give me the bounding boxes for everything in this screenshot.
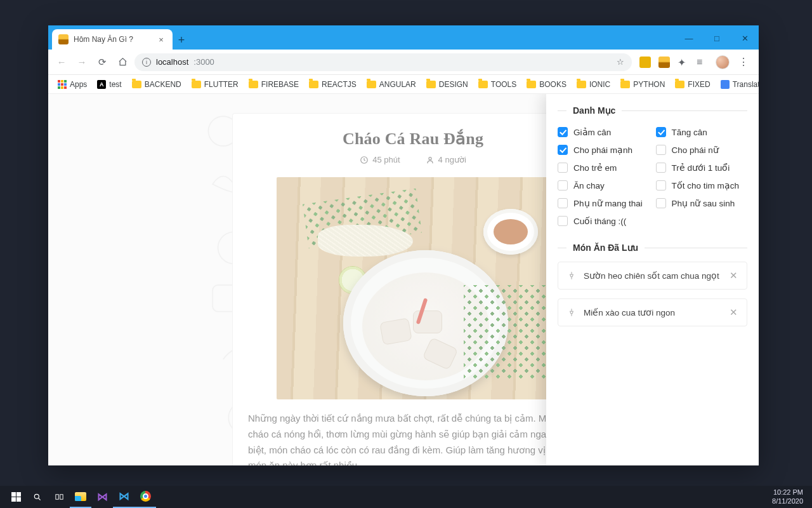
extension-icon[interactable] <box>639 57 651 68</box>
browser-tab[interactable]: Hôm Nay Ăn Gì ? × <box>52 29 173 50</box>
apps-icon <box>58 80 67 89</box>
categories-heading: Danh Mục <box>558 105 747 116</box>
bookmark-item[interactable]: REACTJS <box>306 80 360 89</box>
category-checkbox[interactable]: Cho phái nữ <box>656 145 748 155</box>
profile-avatar[interactable] <box>716 55 730 69</box>
task-view-button[interactable] <box>48 486 70 508</box>
remove-saved-button[interactable]: ✕ <box>730 307 738 318</box>
site-info-icon[interactable]: i <box>142 58 151 67</box>
chrome-button[interactable] <box>134 486 156 508</box>
saved-label: Miến xào cua tươi ngon <box>584 307 675 318</box>
omnibox[interactable]: i localhost:3000 ☆ <box>134 53 632 71</box>
bookmark-item[interactable]: BOOKS <box>523 80 570 89</box>
category-checkbox[interactable]: Trẻ dưới 1 tuổi <box>656 163 748 173</box>
extension-icons: ✦ ≡ ⋮ <box>636 55 754 69</box>
pushpin-icon <box>567 271 576 280</box>
folder-icon <box>309 81 318 88</box>
checkbox-icon <box>558 163 568 173</box>
clock-time: 10:22 PM <box>772 488 803 497</box>
saved-item[interactable]: Miến xào cua tươi ngon✕ <box>558 298 747 326</box>
category-checkbox[interactable]: Ăn chay <box>558 180 650 190</box>
clock-date: 8/11/2020 <box>772 497 803 506</box>
bookmark-item[interactable]: IONIC <box>573 80 613 89</box>
file-explorer-button[interactable] <box>70 486 91 508</box>
category-label: Cho phái mạnh <box>573 145 632 155</box>
folder-icon <box>478 81 488 88</box>
visual-studio-button[interactable]: ⋈ <box>91 486 113 508</box>
forward-button[interactable]: → <box>74 54 90 70</box>
bookmark-item[interactable]: Atest <box>94 80 124 89</box>
category-checkbox[interactable]: Tốt cho tim mạch <box>656 180 748 190</box>
bookmark-item[interactable]: FLUTTER <box>188 80 242 89</box>
category-checkbox[interactable]: Cuối tháng :(( <box>558 216 650 226</box>
category-checkbox[interactable]: Phụ nữ mang thai <box>558 198 650 208</box>
vscode-icon: ⋈ <box>119 490 129 503</box>
bookmark-label: TOOLS <box>491 80 516 89</box>
checkbox-icon <box>656 163 666 173</box>
bookmark-item[interactable]: FIREBASE <box>246 80 302 89</box>
close-window-button[interactable]: ✕ <box>731 34 759 50</box>
category-label: Ăn chay <box>573 181 605 190</box>
bookmark-label: BOOKS <box>539 80 566 89</box>
vs-icon: ⋈ <box>97 490 108 504</box>
category-label: Phụ nữ mang thai <box>573 198 643 208</box>
extension-burger-icon[interactable] <box>658 57 670 68</box>
extensions-puzzle-icon[interactable]: ✦ <box>678 57 689 68</box>
vscode-button[interactable]: ⋈ <box>113 486 134 508</box>
checkbox-icon <box>558 198 568 208</box>
checkbox-icon <box>656 180 666 190</box>
category-label: Phụ nữ sau sinh <box>672 198 735 208</box>
category-checkbox[interactable]: Giảm cân <box>558 127 650 137</box>
checkbox-icon <box>656 127 666 137</box>
tab-close-button[interactable]: × <box>156 35 166 44</box>
bookmark-item[interactable]: PYTHON <box>617 80 668 89</box>
maximize-button[interactable]: □ <box>703 34 731 50</box>
folder-icon <box>527 81 536 88</box>
burger-icon <box>58 34 69 44</box>
saved-item[interactable]: Sườn heo chiên sốt cam chua ngọt✕ <box>558 262 747 290</box>
bookmark-label: IONIC <box>589 80 610 89</box>
bookmark-item[interactable]: Translate <box>717 80 759 89</box>
new-tab-button[interactable]: + <box>173 34 190 50</box>
extensions-menu-icon[interactable]: ≡ <box>697 57 708 68</box>
back-button[interactable]: ← <box>53 54 70 70</box>
reload-button[interactable]: ⟳ <box>94 54 110 70</box>
checkbox-icon <box>558 145 568 155</box>
folder-icon <box>620 81 630 88</box>
translate-icon <box>721 80 730 89</box>
checkbox-icon <box>558 127 568 137</box>
category-label: Giảm cân <box>573 127 611 137</box>
minimize-button[interactable]: — <box>675 34 703 50</box>
bookmark-label: Translate <box>733 80 759 89</box>
filter-panel: Danh Mục Giảm cânTăng cânCho phái mạnhCh… <box>546 94 759 465</box>
window-controls: — □ ✕ <box>675 34 759 50</box>
category-checkbox[interactable]: Cho phái mạnh <box>558 145 650 155</box>
bookmark-item[interactable]: TOOLS <box>475 80 520 89</box>
windows-taskbar: ⋈ ⋈ 10:22 PM 8/11/2020 <box>0 486 812 508</box>
browser-menu-button[interactable]: ⋮ <box>737 56 750 68</box>
apps-shortcut[interactable]: Apps <box>55 80 90 89</box>
category-label: Trẻ dưới 1 tuổi <box>672 163 730 173</box>
browser-window: Hôm Nay Ăn Gì ? × + — □ ✕ ← → ⟳ i localh… <box>48 25 759 465</box>
system-tray[interactable]: 10:22 PM 8/11/2020 <box>772 488 807 506</box>
saved-heading: Món Ăn Đã Lưu <box>558 243 747 253</box>
category-checkbox[interactable]: Tăng cân <box>656 127 748 137</box>
bookmark-label: PYTHON <box>633 80 665 89</box>
start-button[interactable] <box>5 486 27 508</box>
folder-icon <box>367 81 376 88</box>
bookmark-item[interactable]: FIXED <box>672 80 713 89</box>
bookmark-item[interactable]: DESIGN <box>423 80 471 89</box>
url-host: localhost <box>156 57 188 67</box>
category-label: Cuối tháng :(( <box>573 216 626 226</box>
bookmark-item[interactable]: BACKEND <box>129 80 185 89</box>
search-button[interactable] <box>27 486 48 508</box>
remove-saved-button[interactable]: ✕ <box>730 270 738 281</box>
home-button[interactable] <box>114 54 131 70</box>
bookmark-item[interactable]: ANGULAR <box>363 80 419 89</box>
category-checkbox[interactable]: Cho trẻ em <box>558 163 650 173</box>
bookmark-label: REACTJS <box>322 80 357 89</box>
category-label: Tốt cho tim mạch <box>672 180 740 190</box>
bookmark-label: ANGULAR <box>379 80 416 89</box>
category-checkbox[interactable]: Phụ nữ sau sinh <box>656 198 748 208</box>
bookmark-star-icon[interactable]: ☆ <box>617 57 624 67</box>
